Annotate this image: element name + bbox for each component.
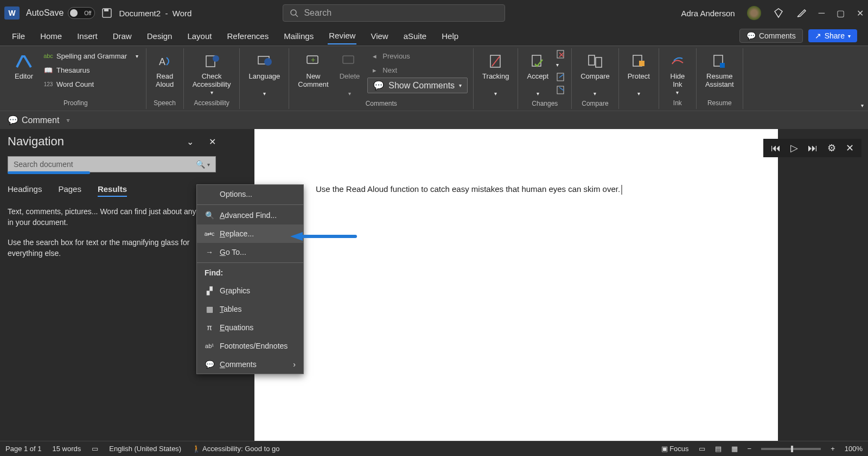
close-button[interactable]: ✕ — [857, 8, 864, 18]
prev-change-icon[interactable] — [556, 72, 566, 82]
share-button[interactable]: ↗ Share ▾ — [808, 29, 857, 42]
document-name[interactable]: Document2 - Word — [119, 9, 192, 18]
language-button[interactable]: Language▾ — [245, 49, 283, 99]
menu-graphics[interactable]: ▞Graphics — [197, 281, 303, 300]
status-language[interactable]: English (United States) — [109, 445, 181, 453]
play-icon[interactable]: ▷ — [790, 142, 798, 154]
spelling-button[interactable]: abcSpelling and Grammar ▾ — [41, 49, 141, 62]
tab-draw[interactable]: Draw — [112, 28, 133, 44]
thesaurus-button[interactable]: 📖Thesaurus — [41, 63, 141, 76]
next-change-icon[interactable] — [556, 85, 566, 95]
nav-tab-results[interactable]: Results — [98, 184, 127, 197]
compare-button[interactable]: Compare▾ — [577, 49, 612, 99]
comment-icon: 💬 — [8, 115, 18, 125]
qat-customize-icon[interactable]: ▿ — [67, 117, 69, 123]
chevron-down-icon[interactable]: ▾ — [136, 53, 138, 59]
minimize-button[interactable]: ─ — [819, 8, 825, 18]
zoom-out-button[interactable]: − — [748, 445, 752, 453]
menu-comments[interactable]: 💬Comments› — [197, 355, 303, 374]
document-page[interactable]: Use the Read Aloud function to catch eas… — [254, 129, 778, 441]
nav-search-input[interactable]: Search document 🔍 ▾ — [8, 156, 216, 172]
avatar[interactable] — [747, 6, 761, 20]
word-count-button[interactable]: 123Word Count — [41, 78, 141, 91]
forward-icon[interactable]: ⏭ — [808, 143, 818, 154]
chevron-down-icon[interactable]: ▾ — [263, 91, 266, 97]
menu-goto[interactable]: →Go To... — [197, 243, 303, 261]
delete-comment-button[interactable]: Delete▾ — [336, 49, 363, 99]
quick-access-toolbar: 💬Comment ▿ — [0, 111, 868, 129]
tracking-button[interactable]: Tracking▾ — [479, 49, 512, 99]
next-comment-button[interactable]: ▸Next — [367, 63, 468, 76]
search-options-icon[interactable]: ▾ — [207, 162, 210, 168]
nav-tab-headings[interactable]: Headings — [8, 184, 42, 197]
zoom-slider[interactable] — [761, 448, 821, 450]
chevron-down-icon[interactable]: ▾ — [676, 89, 679, 95]
new-comment-button[interactable]: + New Comment — [295, 49, 331, 91]
search-box[interactable]: Search — [283, 4, 505, 22]
status-words[interactable]: 15 words — [53, 445, 81, 453]
tab-file[interactable]: File — [11, 28, 26, 44]
document-area[interactable]: Use the Read Aloud function to catch eas… — [224, 129, 868, 441]
search-icon[interactable]: 🔍 — [196, 160, 205, 169]
reject-icon[interactable]: ▾ — [556, 49, 566, 69]
tab-home[interactable]: Home — [39, 28, 63, 44]
tab-references[interactable]: References — [226, 28, 270, 44]
chevron-down-icon[interactable]: ▾ — [593, 91, 596, 97]
web-layout-icon[interactable]: ▦ — [731, 445, 738, 453]
autosave-toggle[interactable]: Off — [68, 7, 95, 19]
rewind-icon[interactable]: ⏮ — [771, 143, 781, 154]
show-comments-button[interactable]: 💬Show Comments▾ — [367, 78, 468, 93]
tab-view[interactable]: View — [369, 28, 389, 44]
chevron-down-icon[interactable]: ▾ — [537, 91, 539, 97]
tab-design[interactable]: Design — [146, 28, 174, 44]
user-name[interactable]: Adra Anderson — [681, 9, 735, 18]
chevron-down-icon[interactable]: ▾ — [637, 91, 640, 97]
nav-tab-pages[interactable]: Pages — [58, 184, 81, 197]
chevron-down-icon[interactable]: ▾ — [494, 91, 497, 97]
hide-ink-button[interactable]: Hide Ink ▾ — [665, 49, 691, 98]
qat-comment-button[interactable]: 💬Comment — [8, 115, 59, 125]
accept-button[interactable]: Accept▾ — [524, 49, 552, 99]
print-layout-icon[interactable]: ▤ — [715, 445, 722, 453]
ribbon-collapse-icon[interactable]: ▾ — [861, 102, 864, 108]
protect-button[interactable]: Protect▾ — [624, 49, 653, 99]
menu-equations[interactable]: πEquations — [197, 318, 303, 337]
tab-review[interactable]: Review — [328, 28, 356, 44]
comments-button[interactable]: 💬 Comments — [739, 29, 803, 43]
check-accessibility-button[interactable]: Check Accessibility▾ — [189, 49, 234, 98]
nav-close-icon[interactable]: ✕ — [209, 137, 216, 147]
tab-help[interactable]: Help — [441, 28, 459, 44]
document-text[interactable]: Use the Read Aloud function to catch eas… — [316, 184, 622, 195]
tab-insert[interactable]: Insert — [76, 28, 99, 44]
resume-assistant-button[interactable]: Resume Assistant — [702, 49, 737, 91]
tab-mailings[interactable]: Mailings — [283, 28, 315, 44]
focus-mode-button[interactable]: ▣ Focus — [661, 445, 689, 453]
menu-tables[interactable]: ▦Tables — [197, 300, 303, 318]
autosave-group[interactable]: AutoSave Off — [26, 7, 95, 19]
previous-comment-button[interactable]: ◂Previous — [367, 49, 468, 62]
read-aloud-icon: A — [155, 52, 175, 71]
nav-dropdown-icon[interactable]: ⌄ — [187, 137, 194, 147]
read-mode-icon[interactable]: ▭ — [699, 445, 705, 453]
pen-icon[interactable] — [796, 8, 807, 18]
menu-advanced-find[interactable]: 🔍Advanced Find... — [197, 206, 303, 224]
editor-button[interactable]: Editor — [11, 49, 37, 82]
zoom-in-button[interactable]: + — [831, 445, 835, 453]
tab-layout[interactable]: Layout — [186, 28, 213, 44]
maximize-button[interactable]: ▢ — [837, 8, 845, 18]
status-page[interactable]: Page 1 of 1 — [5, 445, 42, 453]
chevron-down-icon[interactable]: ▾ — [348, 91, 351, 97]
save-icon[interactable] — [101, 8, 112, 18]
tab-asuite[interactable]: aSuite — [403, 28, 428, 44]
read-aloud-button[interactable]: A Read Aloud — [152, 49, 178, 91]
menu-footnotes[interactable]: ab¹Footnotes/Endnotes — [197, 337, 303, 355]
chevron-down-icon[interactable]: ▾ — [210, 89, 213, 95]
status-spellcheck-icon[interactable]: ▭ — [92, 445, 98, 453]
diamond-icon[interactable] — [773, 8, 784, 18]
chevron-down-icon[interactable]: ▾ — [459, 82, 462, 88]
settings-icon[interactable]: ⚙ — [827, 142, 836, 154]
close-icon[interactable]: ✕ — [846, 142, 854, 154]
menu-options[interactable]: Options... — [197, 185, 303, 203]
status-accessibility[interactable]: 🚶 Accessibility: Good to go — [192, 445, 279, 453]
zoom-level[interactable]: 100% — [845, 445, 863, 453]
